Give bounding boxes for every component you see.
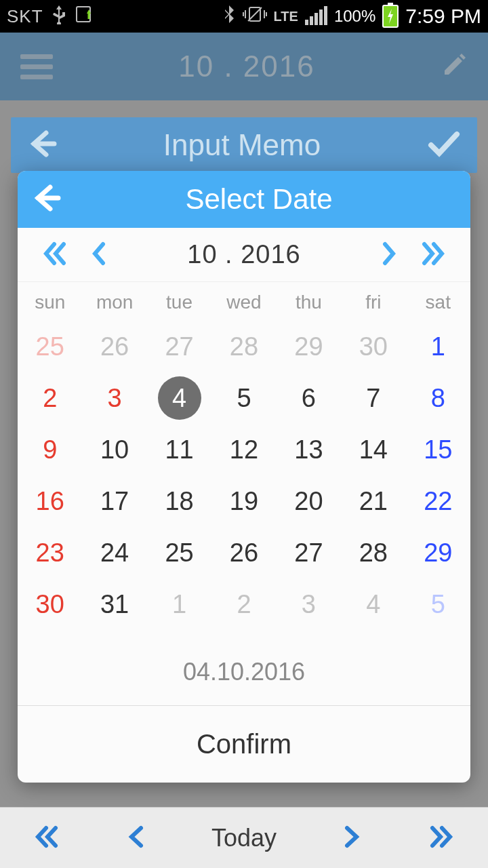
carrier-label: SKT	[7, 6, 43, 27]
lte-label: LTE	[274, 9, 298, 24]
calendar-day[interactable]: 17	[82, 486, 146, 517]
calendar-day[interactable]: 18	[147, 486, 211, 517]
calendar-day[interactable]: 11	[147, 434, 211, 465]
calendar-day[interactable]: 14	[341, 434, 405, 465]
calendar-day[interactable]: 27	[277, 537, 341, 568]
vibrate-icon	[243, 4, 267, 29]
month-nav: 10 . 2016	[18, 228, 470, 282]
modal-title: Select Date	[61, 183, 457, 216]
modal-back-icon[interactable]	[31, 183, 61, 216]
calendar-day[interactable]: 27	[147, 331, 211, 362]
calendar-day[interactable]: 30	[341, 331, 405, 362]
calendar-day[interactable]: 4	[147, 382, 211, 414]
selected-date-label: 04.10.2016	[18, 639, 470, 705]
prev-year-icon[interactable]	[42, 241, 68, 269]
battery-icon	[382, 5, 399, 28]
calendar-day[interactable]: 24	[82, 537, 146, 568]
nav-next-icon[interactable]	[342, 823, 362, 854]
calendar-day[interactable]: 31	[82, 589, 146, 620]
memo-back-icon[interactable]	[27, 129, 57, 161]
calendar-day[interactable]: 26	[82, 331, 146, 362]
signal-icon	[305, 7, 327, 25]
calendar-day[interactable]: 22	[406, 486, 470, 517]
calendar-day[interactable]: 6	[277, 382, 341, 414]
calendar-day[interactable]: 10	[82, 434, 146, 465]
calendar-day[interactable]: 29	[406, 537, 470, 568]
usb-icon	[52, 4, 66, 29]
calendar-day[interactable]: 1	[406, 331, 470, 362]
calendar-day[interactable]: 16	[18, 486, 82, 517]
next-month-icon[interactable]	[381, 241, 397, 269]
today-button[interactable]: Today	[211, 824, 277, 852]
bluetooth-icon	[222, 4, 236, 29]
prev-month-icon[interactable]	[91, 241, 107, 269]
confirm-button[interactable]: Confirm	[18, 706, 470, 783]
calendar-day[interactable]: 12	[211, 434, 276, 465]
calendar-day[interactable]: 23	[18, 537, 82, 568]
calendar-day[interactable]: 13	[277, 434, 341, 465]
calendar-day[interactable]: 28	[211, 331, 276, 362]
battery-percent: 100%	[334, 7, 375, 26]
memo-title: Input Memo	[57, 128, 427, 162]
calendar-day[interactable]: 3	[277, 589, 341, 620]
calendar-day[interactable]: 15	[406, 434, 470, 465]
nav-last-icon[interactable]	[427, 823, 455, 854]
nav-first-icon[interactable]	[33, 823, 61, 854]
calendar-day[interactable]: 26	[211, 537, 276, 568]
next-year-icon[interactable]	[420, 241, 446, 269]
memo-bar: Input Memo	[11, 117, 477, 173]
calendar-day[interactable]: 30	[18, 589, 82, 620]
weekday-row: sunmontuewedthufrisat	[18, 282, 470, 319]
weekday-label: tue	[147, 292, 211, 313]
calendar-day[interactable]: 8	[406, 382, 470, 414]
calendar-grid: 2526272829301234567891011121314151617181…	[18, 319, 470, 639]
calendar-day[interactable]: 5	[406, 589, 470, 620]
calendar-day[interactable]: 25	[147, 537, 211, 568]
memo-confirm-icon[interactable]	[427, 129, 461, 161]
modal-header: Select Date	[18, 171, 470, 228]
month-label: 10 . 2016	[187, 240, 300, 269]
calendar-day[interactable]: 7	[341, 382, 405, 414]
status-bar: SKT LTE 100% 7:59 PM	[0, 0, 488, 33]
calendar-day[interactable]: 4	[341, 589, 405, 620]
status-clock: 7:59 PM	[405, 5, 481, 28]
calendar-day[interactable]: 25	[18, 331, 82, 362]
bottom-nav: Today	[0, 807, 488, 868]
calendar-day[interactable]: 2	[18, 382, 82, 414]
calendar-day[interactable]: 5	[211, 382, 276, 414]
sync-icon	[75, 4, 95, 29]
calendar-day[interactable]: 20	[277, 486, 341, 517]
calendar-day[interactable]: 19	[211, 486, 276, 517]
weekday-label: sat	[406, 292, 470, 313]
calendar-day[interactable]: 3	[82, 382, 146, 414]
calendar-day[interactable]: 2	[211, 589, 276, 620]
calendar-day[interactable]: 9	[18, 434, 82, 465]
date-picker-modal: Select Date 10 . 2016 sunmontuewedthufri…	[18, 171, 470, 783]
weekday-label: sun	[18, 292, 82, 313]
calendar-day[interactable]: 21	[341, 486, 405, 517]
weekday-label: mon	[82, 292, 146, 313]
nav-prev-icon[interactable]	[126, 823, 146, 854]
weekday-label: fri	[341, 292, 405, 313]
weekday-label: wed	[211, 292, 276, 313]
weekday-label: thu	[277, 292, 341, 313]
calendar-day[interactable]: 28	[341, 537, 405, 568]
calendar-day[interactable]: 1	[147, 589, 211, 620]
calendar-day[interactable]: 29	[277, 331, 341, 362]
